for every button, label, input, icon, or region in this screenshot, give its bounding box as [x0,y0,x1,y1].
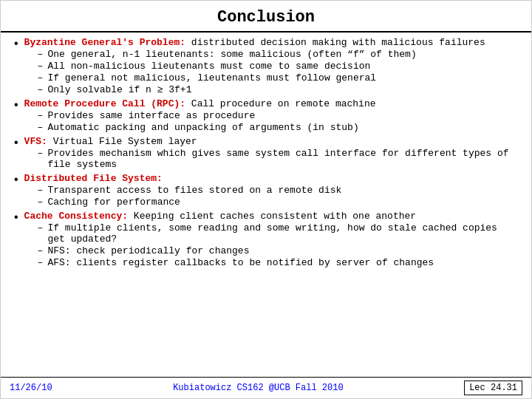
bullet-content-3: VFS: Virtual File System layer –Provides… [24,136,519,171]
bullet-dfs: • Distributed File System: –Transparent … [13,173,519,208]
bullet-content-4: Distributed File System: –Transparent ac… [24,173,519,208]
sub-text: Transparent access to files stored on a … [47,185,519,196]
sub-item: –All non-malicious lieutenants must come… [38,61,519,72]
highlight-byzantine: Byzantine General's Problem: [24,37,185,48]
sub-item: –One general, n-1 lieutenants: some mali… [38,49,519,60]
sub-bullets-vfs: –Provides mechanism which gives same sys… [38,148,519,170]
bullet-content-2: Remote Procedure Call (RPC): Call proced… [24,98,519,134]
sub-item: –Provides same interface as procedure [38,110,519,121]
bullet-dot-1: • [13,38,20,51]
sub-item: –If multiple clients, some reading and s… [38,222,519,245]
bullet-dot-3: • [13,137,20,150]
footer-lecture: Lec 24.31 [464,381,522,395]
highlight-dfs: Distributed File System: [24,173,163,184]
sub-text: Provides mechanism which gives same syst… [47,148,519,170]
sub-bullets-dfs: –Transparent access to files stored on a… [38,185,519,208]
slide-footer: 11/26/10 Kubiatowicz CS162 @UCB Fall 201… [1,377,531,398]
sub-item: –NFS: check periodically for changes [38,245,519,256]
sub-bullets-cache: –If multiple clients, some reading and s… [38,222,519,268]
sub-text: Provides same interface as procedure [47,110,519,121]
slide-container: Conclusion • Byzantine General's Problem… [0,0,532,399]
bullet-rpc: • Remote Procedure Call (RPC): Call proc… [13,98,519,134]
sub-text: If multiple clients, some reading and so… [47,222,519,245]
bullet-content-1: Byzantine General's Problem: distributed… [24,37,519,96]
sub-bullets-byzantine: –One general, n-1 lieutenants: some mali… [38,49,519,95]
footer-course: Kubiatowicz CS162 @UCB Fall 2010 [173,383,343,393]
sub-text: AFS: clients register callbacks to be no… [47,257,519,268]
content-area: • Byzantine General's Problem: distribut… [1,33,531,377]
bullet-byzantine: • Byzantine General's Problem: distribut… [13,37,519,96]
bullet-cache: • Cache Consistency: Keeping client cach… [13,211,519,269]
sub-item: –Automatic packing and unpacking of argu… [38,122,519,133]
sub-text: All non-malicious lieutenants must come … [47,61,519,72]
highlight-rpc: Remote Procedure Call (RPC): [24,98,185,109]
bullet-dot-4: • [13,174,20,187]
text-rpc: Call procedure on remote machine [185,98,375,109]
sub-text: NFS: check periodically for changes [47,245,519,256]
bullet-dot-5: • [13,211,20,225]
footer-date: 11/26/10 [10,383,52,393]
sub-text: If general not malicious, lieutenants mu… [47,72,519,83]
bullet-content-5: Cache Consistency: Keeping client caches… [24,211,519,269]
text-vfs: Virtual File System layer [47,136,197,147]
sub-item: –Caching for performance [38,197,519,208]
sub-text: Automatic packing and unpacking of argum… [47,122,519,133]
sub-item: –AFS: clients register callbacks to be n… [38,257,519,268]
sub-text: One general, n-1 lieutenants: some malic… [47,49,519,60]
bullet-vfs: • VFS: Virtual File System layer –Provid… [13,136,519,171]
sub-text: Caching for performance [47,197,519,208]
text-byzantine: distributed decision making with malicio… [185,37,485,48]
sub-bullets-rpc: –Provides same interface as procedure –A… [38,110,519,133]
sub-item: –Transparent access to files stored on a… [38,185,519,196]
highlight-cache: Cache Consistency: [24,211,128,222]
sub-text: Only solvable if n ≥ 3f+1 [47,84,519,95]
sub-item: –Provides mechanism which gives same sys… [38,148,519,170]
slide-title: Conclusion [217,8,315,27]
sub-item: –If general not malicious, lieutenants m… [38,72,519,83]
text-cache: Keeping client caches consistent with on… [128,211,416,222]
bullet-dot-2: • [13,99,20,112]
title-area: Conclusion [1,1,531,33]
sub-item: –Only solvable if n ≥ 3f+1 [38,84,519,95]
highlight-vfs: VFS: [24,136,47,147]
